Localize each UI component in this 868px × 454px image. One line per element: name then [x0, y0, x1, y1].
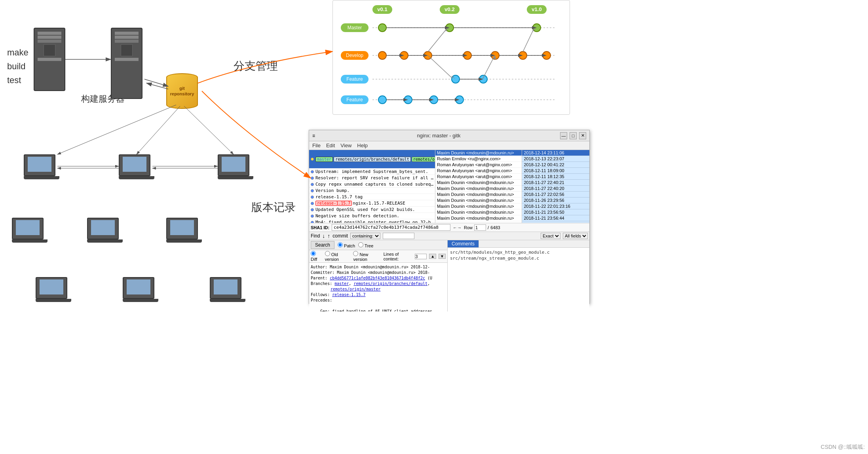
menu-edit[interactable]: Edit: [326, 142, 335, 148]
row-total: 6483: [490, 225, 500, 230]
date-row-12: 2018-11-21 23:56:44: [522, 215, 589, 221]
version-record-label: 版本记录: [251, 200, 296, 215]
author-row-4: Roman Arutyunyan <arut@nginx.com>: [435, 168, 522, 174]
find-down-btn[interactable]: ↓: [322, 233, 325, 239]
sha-label: SHA1 ID:: [311, 225, 329, 230]
commit-row-2[interactable]: Upstream: implemented Supstream_bytes_se…: [309, 169, 435, 175]
date-row-1: 2018-12-14 23:11:06: [522, 150, 589, 156]
svg-line-64: [523, 28, 534, 52]
date-row-4: 2018-12-11 18:09:00: [522, 168, 589, 174]
menu-file[interactable]: File: [312, 142, 321, 148]
laptop-8: [123, 277, 158, 302]
laptop-5: [87, 218, 123, 243]
commit-row-3[interactable]: Resolver: report SRV resolve failure if …: [309, 175, 435, 181]
gitk-close-button[interactable]: ✕: [579, 132, 586, 139]
sha-input[interactable]: [332, 224, 450, 231]
commit-label: commit: [332, 233, 348, 239]
context-lines-input[interactable]: [415, 254, 427, 259]
old-version-radio[interactable]: [325, 251, 330, 256]
row-label: Row: [464, 225, 473, 230]
find-label: Find: [311, 233, 320, 239]
tree-radio-label: Tree: [358, 242, 373, 248]
author-row-8: Maxim Dounin <mdounin@mdounin.ru>: [435, 192, 522, 198]
gitk-diff-area: Search Patch Tree Diff Old version New v…: [309, 240, 448, 312]
file-item-2[interactable]: src/stream/ngx_stream_geo_module.c: [449, 255, 588, 261]
context-up-btn[interactable]: ▲: [429, 254, 436, 259]
lines-of-context-label: Lines of context:: [384, 252, 412, 261]
gitk-graph-column: master remotes/origin/branches/default r…: [309, 150, 435, 223]
author-row-7: Maxim Dounin <mdounin@mdounin.ru>: [435, 186, 522, 192]
date-row-3: 2018-12-12 00:41:22: [522, 162, 589, 168]
patch-radio[interactable]: [338, 242, 343, 247]
author-row-6: Maxim Dounin <mdounin@mdounin.ru>: [435, 180, 522, 186]
laptop-7: [36, 277, 71, 302]
gitk-tabs: Comments: [448, 240, 589, 248]
svg-text:Master: Master: [348, 25, 362, 30]
tree-radio[interactable]: [358, 242, 363, 247]
laptop-9: [210, 277, 245, 302]
svg-line-62: [428, 28, 447, 52]
new-version-radio[interactable]: [353, 251, 358, 256]
search-button[interactable]: Search: [311, 241, 334, 249]
menu-help[interactable]: Help: [357, 142, 368, 148]
server-left: [34, 28, 65, 91]
gitk-titlebar: ≡ nginx: master - gitk — □ ✕: [309, 130, 589, 141]
commit-row-4[interactable]: Copy regex unnamed captures to cloned su…: [309, 181, 435, 188]
svg-text:v1.0: v1.0: [532, 6, 541, 12]
file-item-1[interactable]: src/http/modules/ngx_http_geo_module.c: [449, 249, 588, 255]
date-row-5: 2018-12-11 18:12:35: [522, 174, 589, 180]
date-row-8: 2018-11-27 22:02:56: [522, 192, 589, 198]
gitk-menubar: File Edit View Help: [309, 141, 589, 150]
commit-row-7[interactable]: release-1.15.7 nginx-1.15.7-RELEASE: [309, 200, 435, 207]
comments-tab[interactable]: Comments: [448, 240, 479, 247]
laptop-2: [119, 154, 154, 179]
laptop-1: [24, 154, 59, 179]
author-row-3: Roman Arutyunyan <arut@nginx.com>: [435, 162, 522, 168]
author-row-9: Maxim Dounin <mdounin@mdounin.ru>: [435, 198, 522, 203]
svg-text:Feature: Feature: [346, 97, 363, 103]
gitk-diff-content: Author: Maxim Dounin <mdounin@mdounin.ru…: [309, 263, 447, 312]
date-row-9: 2018-11-26 23:29:56: [522, 198, 589, 203]
commit-row-5[interactable]: Version bump.: [309, 188, 435, 194]
server-right: [111, 28, 142, 99]
svg-point-18: [378, 24, 386, 32]
gitk-bottom-panel: Search Patch Tree Diff Old version New v…: [309, 240, 589, 312]
author-row-11: Maxim Dounin <mdounin@mdounin.ru>: [435, 209, 522, 215]
branch-management-label: 分支管理: [234, 59, 278, 74]
date-row-2: 2018-12-13 22:23:07: [522, 156, 589, 162]
svg-text:Feature: Feature: [346, 76, 363, 82]
commit-row-1[interactable]: master remotes/origin/branches/default r…: [309, 150, 435, 169]
context-down-btn[interactable]: ▼: [439, 254, 446, 259]
gitk-minimize-button[interactable]: —: [560, 132, 567, 139]
commit-row-6[interactable]: release-1.15.7 tag: [309, 194, 435, 200]
parent-link[interactable]: cb4dd56771c1afe082bf43e81043671db4f48f2c: [330, 276, 425, 280]
gitk-commit-area: master remotes/origin/branches/default r…: [309, 150, 589, 223]
laptop-6: [166, 218, 202, 243]
row-input[interactable]: [474, 224, 486, 231]
svg-line-60: [482, 56, 494, 79]
diff-radio[interactable]: [311, 251, 316, 256]
search-field[interactable]: [383, 233, 414, 239]
date-row-6: 2018-11-27 22:40:21: [522, 180, 589, 186]
commit-row-9[interactable]: Negative size buffers detection.: [309, 213, 435, 219]
svg-point-25: [378, 51, 386, 59]
default-branch-link[interactable]: remotes/origin/branches/default: [353, 281, 427, 286]
author-row-2: Ruslan Ermilov <ru@nginx.com>: [435, 156, 522, 162]
origin-master-link[interactable]: remotes/origin/master: [330, 287, 380, 291]
commit-row-10[interactable]: Mp4: fixed possible pointer overflow on …: [309, 219, 435, 223]
follows-link[interactable]: release-1.15.7: [332, 293, 365, 297]
svg-text:Develop: Develop: [346, 53, 363, 58]
menu-view[interactable]: View: [340, 142, 351, 148]
exact-select[interactable]: Exact: [541, 233, 560, 239]
gitk-right-panel: Comments src/http/modules/ngx_http_geo_m…: [448, 240, 589, 312]
gitk-author-column: Maxim Dounin <mdounin@mdounin.ru> Ruslan…: [435, 150, 522, 223]
commit-row-8[interactable]: Updated OpenSSL used for win32 builds.: [309, 207, 435, 213]
gitk-files-list: src/http/modules/ngx_http_geo_module.c s…: [448, 248, 589, 312]
branch-diagram: v0.1 v0.2 v1.0 Master Develop Feature Fe…: [332, 0, 570, 115]
containing-select[interactable]: containing:: [350, 233, 380, 239]
find-up-btn[interactable]: ↑: [327, 233, 330, 239]
master-branch-link[interactable]: master: [334, 281, 349, 286]
fields-select[interactable]: All fields: [563, 233, 588, 239]
gitk-maximize-button[interactable]: □: [570, 132, 577, 139]
gitk-sha-row: SHA1 ID: ←→ Row / 6483: [309, 223, 589, 232]
